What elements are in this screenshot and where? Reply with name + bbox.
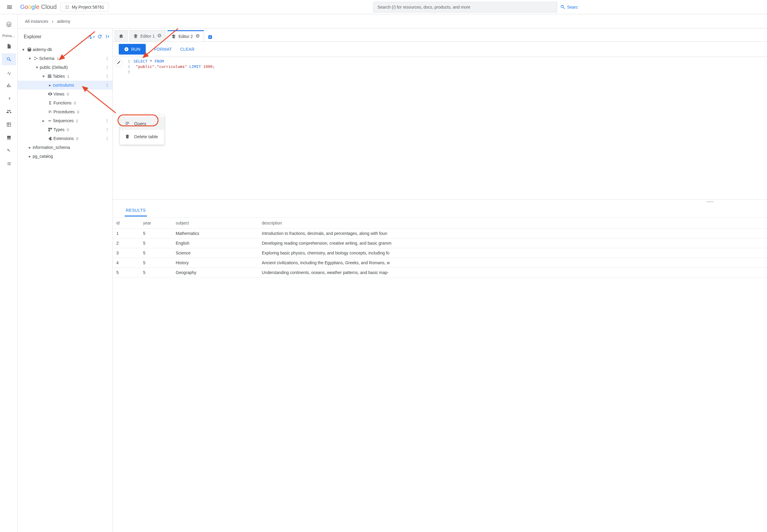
ctx-query-label: Query xyxy=(134,121,146,126)
rail-item-migrate[interactable] xyxy=(2,145,16,157)
rail-item-overview[interactable] xyxy=(2,40,16,52)
col-id[interactable]: id xyxy=(113,218,139,229)
table-row[interactable]: 25EnglishDeveloping reading comprehensio… xyxy=(113,238,767,248)
tree-sequences[interactable]: ▸ ••• Sequences 1 ⋮ xyxy=(18,116,112,125)
rail-item-query[interactable] xyxy=(2,53,16,65)
tree-functions[interactable]: Σ Functions 0 xyxy=(18,98,112,107)
table-context-menu: Query Delete table xyxy=(120,115,164,145)
ctx-delete-table[interactable]: Delete table xyxy=(120,130,164,143)
tree-public[interactable]: ▾ public (Default) ⋮ xyxy=(18,63,112,72)
tree-procedures[interactable]: Procedures 0 xyxy=(18,107,112,116)
cell-id: 2 xyxy=(113,238,139,248)
tree-schema[interactable]: ▾ Schema 1 ⋮ xyxy=(18,54,112,63)
rail-item-users[interactable] xyxy=(2,106,16,117)
rail-item-tables[interactable] xyxy=(2,119,16,130)
tab-home[interactable] xyxy=(114,30,128,42)
tree-views[interactable]: Views 0 xyxy=(18,90,112,98)
tree-label: public (Default) xyxy=(40,65,104,70)
tab-editor-2[interactable]: Editor 2 xyxy=(167,30,204,42)
more-button[interactable]: ⋮ xyxy=(104,65,111,70)
col-subject[interactable]: subject xyxy=(172,218,258,229)
google-cloud-logo[interactable]: Google Cloud xyxy=(20,4,57,10)
backup-icon xyxy=(6,135,12,140)
explorer-title: Explorer xyxy=(24,34,42,39)
clear-button[interactable]: CLEAR xyxy=(180,47,195,52)
tree-types[interactable]: Types 0 ⋮ xyxy=(18,125,112,134)
layers-icon xyxy=(171,34,176,39)
add-tab-button[interactable] xyxy=(206,33,215,42)
grid-icon xyxy=(6,122,12,127)
code-editor[interactable]: 123 SELECT * FROM "public"."curriculums"… xyxy=(113,57,767,199)
tree-extensions[interactable]: Extensions 0 ⋮ xyxy=(18,134,112,143)
breadcrumb-root[interactable]: All instances xyxy=(25,19,48,24)
chevron-down-icon: ▾ xyxy=(20,47,26,52)
editor-pane: Editor 1 Editor 2 RUN xyxy=(113,28,767,532)
rail-item-import[interactable] xyxy=(2,93,16,104)
hamburger-menu-button[interactable] xyxy=(2,0,17,14)
format-button[interactable]: FORMAT xyxy=(154,47,172,52)
tree-label: curriculums xyxy=(53,83,104,87)
import-icon xyxy=(6,96,12,101)
breadcrumb: All instances › aidemy xyxy=(18,14,767,28)
tree-information-schema[interactable]: ▸ information_schema xyxy=(18,143,112,152)
tree-table-curriculums[interactable]: ▸ curriculums ⋮ xyxy=(18,81,112,90)
monitor-icon xyxy=(6,70,12,75)
cell-subject: Geography xyxy=(172,268,258,278)
col-description[interactable]: description xyxy=(258,218,767,229)
views-icon xyxy=(47,92,53,96)
explorer-collapse-button[interactable] xyxy=(105,34,110,40)
tab-editor-1[interactable]: Editor 1 xyxy=(129,30,165,42)
rail-item-monitoring[interactable] xyxy=(2,66,16,78)
cell-id: 5 xyxy=(113,268,139,278)
cell-id: 4 xyxy=(113,258,139,268)
explorer-tree: ▾ aidemy-db ▾ Schema 1 ⋮ ▾ public (Defau… xyxy=(18,45,112,532)
svg-point-1 xyxy=(68,6,69,7)
close-tab-button[interactable] xyxy=(195,34,200,39)
layers-icon xyxy=(133,34,138,39)
global-search-input[interactable]: Search (/) for resources, docs, products… xyxy=(373,2,557,12)
ai-assist-button[interactable] xyxy=(114,59,123,67)
global-search-button[interactable]: Searc xyxy=(557,2,581,12)
tab-label: Editor 1 xyxy=(140,34,155,39)
rail-item-insights[interactable] xyxy=(2,79,16,91)
tree-pg-catalog[interactable]: ▸ pg_catalog xyxy=(18,152,112,161)
service-icon[interactable] xyxy=(6,17,12,31)
chevron-right-icon: ▸ xyxy=(27,154,33,159)
more-button[interactable]: ⋮ xyxy=(104,136,111,141)
table-row[interactable]: 45HistoryAncient civilizations, includin… xyxy=(113,258,767,268)
chevron-right-icon: ▸ xyxy=(40,118,46,123)
ctx-query[interactable]: Query xyxy=(120,117,164,130)
rail-item-backups[interactable] xyxy=(2,132,16,144)
project-selector[interactable]: My Project 58761 xyxy=(60,3,109,12)
editor-tabs: Editor 1 Editor 2 xyxy=(113,28,767,42)
tree-tables[interactable]: ▾ Tables 1 ⋮ xyxy=(18,72,112,81)
more-button[interactable]: ⋮ xyxy=(104,83,111,87)
refresh-icon xyxy=(97,34,102,39)
col-year[interactable]: year xyxy=(139,218,172,229)
cell-subject: Science xyxy=(172,248,258,258)
rail-item-logs[interactable] xyxy=(2,158,16,170)
cell-id: 1 xyxy=(113,229,139,238)
types-icon xyxy=(47,127,53,132)
sigma-icon: Σ xyxy=(47,101,53,105)
cell-subject: English xyxy=(172,238,258,248)
results-tab[interactable]: RESULTS xyxy=(125,205,147,216)
close-tab-button[interactable] xyxy=(157,33,162,39)
results-drag-handle[interactable] xyxy=(113,200,767,204)
person-gear-icon xyxy=(87,34,93,39)
explorer-refresh-button[interactable] xyxy=(97,34,102,40)
left-icon-rail: Prima… xyxy=(0,14,18,532)
chevron-down-icon: ▾ xyxy=(34,65,40,70)
bar-chart-icon xyxy=(6,83,12,88)
table-row[interactable]: 55GeographyUnderstanding continents, oce… xyxy=(113,268,767,278)
tree-database[interactable]: ▾ aidemy-db xyxy=(18,45,112,54)
more-button[interactable]: ⋮ xyxy=(104,127,111,132)
more-button[interactable]: ⋮ xyxy=(104,74,111,79)
table-row[interactable]: 35ScienceExploring basic physics, chemis… xyxy=(113,248,767,258)
more-button[interactable]: ⋮ xyxy=(104,56,111,61)
table-row[interactable]: 15MathematicsIntroduction to fractions, … xyxy=(113,229,767,238)
run-button[interactable]: RUN xyxy=(119,44,146,55)
explorer-settings-button[interactable]: ▾ xyxy=(87,34,95,39)
more-button[interactable]: ⋮ xyxy=(104,118,111,123)
close-icon xyxy=(195,34,200,38)
